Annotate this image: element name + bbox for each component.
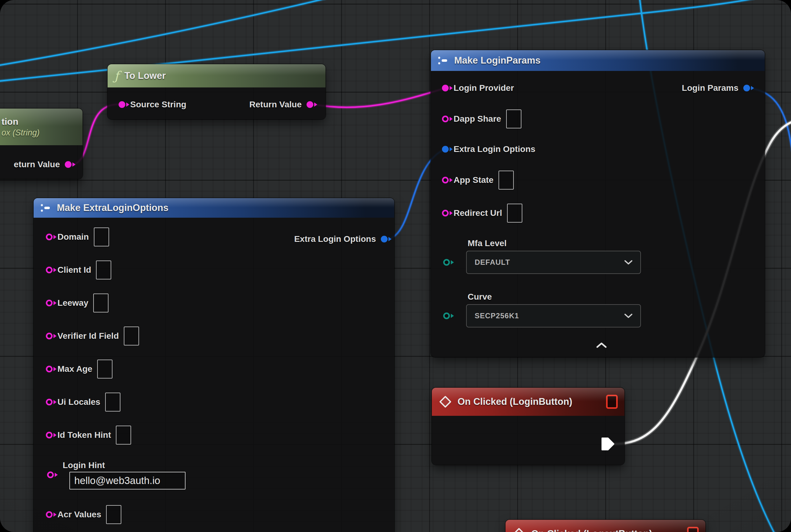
- input-pin-label: Id Token Hint: [57, 430, 111, 440]
- source-string-pin-icon[interactable]: [119, 101, 125, 108]
- node-title: Make ExtraLoginOptions: [57, 203, 168, 213]
- node-make-login-params[interactable]: Make LoginParams Login Params Login Prov…: [431, 50, 765, 357]
- curve-dropdown[interactable]: SECP256K1: [466, 304, 641, 327]
- verifier-id-field-pin-icon[interactable]: [46, 332, 53, 339]
- widget-event-badge: [606, 395, 618, 409]
- app-state-value-field[interactable]: [499, 171, 514, 190]
- login-hint-input[interactable]: hello@web3auth.io: [70, 472, 186, 490]
- node-on-clicked-login-button[interactable]: On Clicked (LoginButton): [432, 388, 624, 465]
- input-pin-label: Acr Values: [57, 510, 101, 519]
- login-hint-label: Login Hint: [63, 460, 105, 470]
- dapp-share-pin-icon[interactable]: [442, 116, 449, 122]
- max-age-pin-icon[interactable]: [46, 366, 53, 373]
- mfa-level-value: DEFAULT: [475, 258, 510, 267]
- event-diamond-icon: [512, 527, 526, 532]
- login-hint-pin-icon[interactable]: [47, 472, 54, 478]
- input-pin-label: Client Id: [57, 265, 91, 275]
- dapp-share-value-field[interactable]: [506, 110, 521, 128]
- ui-locales-value-field[interactable]: [105, 393, 120, 412]
- widget-event-badge: [687, 527, 699, 532]
- node-partial-function-header[interactable]: tion ox (String): [0, 109, 82, 145]
- redirect-url-value-field[interactable]: [507, 204, 522, 223]
- leeway-value-field[interactable]: [93, 293, 109, 312]
- node-subtitle: ox (String): [2, 128, 40, 138]
- client-id-pin-icon[interactable]: [46, 267, 53, 273]
- node-title: On Clicked (LogoutButton): [531, 528, 652, 532]
- node-title: On Clicked (LoginButton): [458, 396, 572, 407]
- extra-login-options-output-pin-icon[interactable]: [381, 236, 388, 243]
- input-pin-label: Source String: [130, 100, 187, 110]
- domain-pin-icon[interactable]: [46, 233, 53, 240]
- login-provider-pin-icon[interactable]: [442, 85, 449, 91]
- acr-values-value-field[interactable]: [106, 505, 121, 524]
- input-pin-label: Leeway: [57, 298, 88, 308]
- id-token-hint-value-field[interactable]: [116, 425, 131, 444]
- redirect-url-pin-icon[interactable]: [442, 210, 449, 216]
- collapse-advanced-button[interactable]: [593, 341, 610, 350]
- curve-pin-icon[interactable]: [443, 312, 450, 319]
- input-pin-label: Extra Login Options: [454, 144, 536, 154]
- verifier-id-field-value-field[interactable]: [124, 326, 139, 345]
- node-make-extra-login-options[interactable]: Make ExtraLoginOptions Extra Login Optio…: [34, 198, 394, 532]
- input-pin-label: Domain: [57, 232, 89, 242]
- curve-label: Curve: [468, 292, 492, 302]
- node-on-clicked-login-button-header[interactable]: On Clicked (LoginButton): [432, 388, 624, 416]
- input-pin-label: Max Age: [57, 364, 92, 374]
- node-make-login-params-header[interactable]: Make LoginParams: [431, 50, 765, 71]
- output-pin-label: Login Params: [682, 83, 738, 93]
- extra-login-options-input-pin-icon[interactable]: [442, 146, 449, 153]
- mfa-level-pin-icon[interactable]: [443, 259, 450, 266]
- domain-value-field[interactable]: [94, 227, 109, 246]
- node-on-clicked-logout-button[interactable]: On Clicked (LogoutButton): [505, 520, 706, 532]
- make-struct-icon: [40, 203, 51, 212]
- chevron-down-icon: [624, 260, 632, 265]
- function-icon: ƒ: [114, 70, 119, 82]
- node-to-lower-header[interactable]: ƒ To Lower: [108, 64, 326, 88]
- mfa-level-label: Mfa Level: [468, 239, 507, 248]
- leeway-pin-icon[interactable]: [46, 300, 53, 306]
- node-make-extra-login-options-header[interactable]: Make ExtraLoginOptions: [34, 198, 394, 218]
- chevron-down-icon: [624, 314, 632, 318]
- return-value-pin-icon[interactable]: [65, 161, 72, 168]
- exec-output-pin[interactable]: [601, 437, 615, 451]
- client-id-value-field[interactable]: [96, 261, 111, 280]
- login-params-output-pin-icon[interactable]: [743, 85, 750, 91]
- input-pin-label: App State: [454, 175, 494, 185]
- acr-values-pin-icon[interactable]: [46, 511, 53, 518]
- blueprint-graph-canvas[interactable]: tion ox (String) eturn Value ƒ To Lower …: [0, 0, 791, 532]
- wire-tolower-to-provider[interactable]: [314, 89, 443, 107]
- max-age-value-field[interactable]: [97, 360, 113, 379]
- node-title: tion: [2, 116, 18, 127]
- make-struct-icon: [438, 56, 449, 65]
- input-pin-label: Dapp Share: [454, 114, 501, 124]
- input-pin-label: Login Provider: [454, 83, 514, 93]
- app-state-pin-icon[interactable]: [442, 177, 449, 184]
- mfa-level-dropdown[interactable]: DEFAULT: [466, 251, 641, 274]
- curve-value: SECP256K1: [475, 311, 519, 320]
- input-pin-label: Verifier Id Field: [57, 331, 119, 341]
- id-token-hint-pin-icon[interactable]: [46, 432, 53, 438]
- node-title: To Lower: [124, 70, 166, 81]
- node-to-lower[interactable]: ƒ To Lower Source String Return Value: [108, 64, 326, 119]
- node-on-clicked-logout-button-header[interactable]: On Clicked (LogoutButton): [505, 520, 706, 532]
- input-pin-label: Redirect Url: [454, 208, 502, 218]
- node-title: Make LoginParams: [454, 55, 541, 66]
- event-diamond-icon: [439, 395, 452, 408]
- chevron-up-icon: [596, 342, 607, 348]
- output-pin-label: eturn Value: [14, 159, 60, 169]
- return-value-pin-icon[interactable]: [307, 101, 313, 108]
- output-pin-label: Return Value: [249, 100, 302, 110]
- input-pin-label: Ui Locales: [57, 397, 100, 407]
- ui-locales-pin-icon[interactable]: [46, 399, 53, 405]
- node-partial-function[interactable]: tion ox (String) eturn Value: [0, 109, 82, 179]
- output-pin-label: Extra Login Options: [294, 234, 376, 244]
